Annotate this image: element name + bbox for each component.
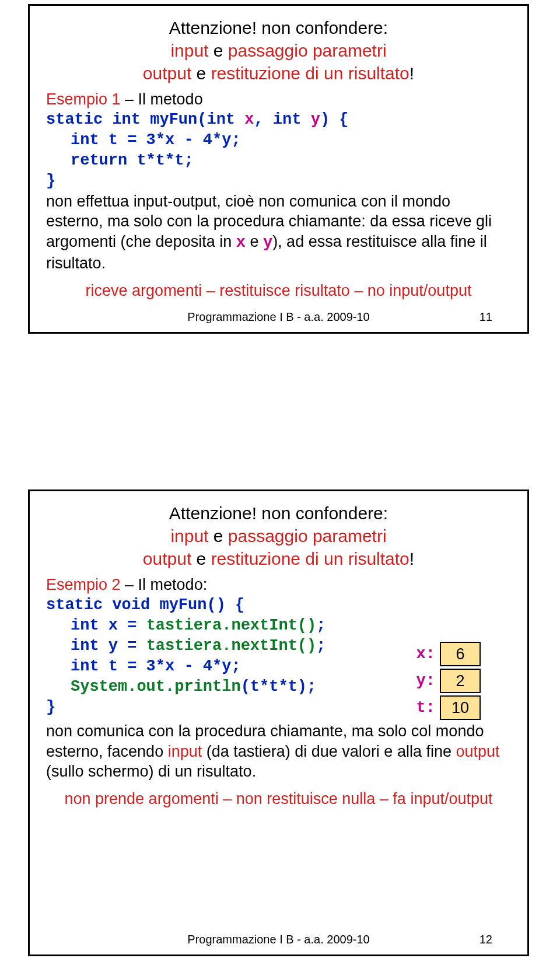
s2-l2a: int x =: [71, 617, 146, 634]
var-x-value: 6: [440, 642, 481, 666]
s2-close: }: [46, 698, 55, 716]
code-line3: return t*t*t;: [46, 151, 511, 171]
example2-heading: Esempio 2 – Il metodo:: [46, 575, 511, 595]
t3a: output: [143, 64, 191, 83]
s2t2b: e: [208, 526, 228, 546]
c-sig-c: ) {: [320, 111, 349, 128]
ex1-text: – Il metodo: [121, 90, 203, 108]
s2-body-b: (da tastiera) di due valori e alla fine: [202, 743, 456, 760]
example-heading: Esempio 1 – Il metodo: [46, 89, 511, 110]
slide2-footer: Programmazione I B - a.a. 2009-10 12: [30, 933, 527, 946]
s2-l5b: (t*t*t): [241, 678, 307, 695]
t3b: e: [191, 64, 211, 83]
t3c: restituzione di un risultato: [211, 64, 410, 83]
c-sig-x: x: [244, 111, 254, 128]
t2c: passaggio parametri: [228, 41, 387, 60]
s2t2a: input: [170, 526, 208, 546]
s2-l3c: ;: [316, 637, 326, 655]
body-y: y: [263, 234, 272, 251]
var-t-value: 10: [440, 695, 481, 720]
var-t-label: t:: [412, 699, 435, 716]
s2t3a: output: [143, 549, 191, 568]
c-sig-b: , int: [254, 111, 310, 128]
s2-body-output: output: [456, 743, 499, 760]
s2-code-sig: static void myFun() {: [46, 595, 511, 616]
slide-1: Attenzione! non confondere: input e pass…: [0, 0, 560, 482]
page-number: 11: [480, 310, 492, 324]
c-body2: return t*t*t;: [71, 152, 194, 169]
slide2-body: non comunica con la procedura chiamante,…: [46, 721, 511, 782]
body-x: x: [236, 234, 246, 251]
slide1-body: non effettua input-output, cioè non comu…: [46, 191, 511, 274]
page-number-2: 12: [480, 933, 492, 946]
s2-l3a: int y =: [71, 637, 146, 655]
s2-title-line1: Attenzione! non confondere:: [169, 504, 388, 523]
s2-l5a: System.out.println: [71, 678, 241, 695]
footer-text-2: Programmazione I B - a.a. 2009-10: [187, 933, 369, 946]
var-row-t: t: 10: [412, 695, 481, 720]
slide1-title: Attenzione! non confondere: input e pass…: [46, 16, 511, 85]
var-row-y: y: 2: [412, 669, 481, 693]
slide2-frame: Attenzione! non confondere: input e pass…: [28, 490, 529, 956]
var-y-label: y:: [412, 672, 435, 690]
body-mid: e: [246, 233, 263, 250]
s2-sig: static void myFun() {: [46, 596, 244, 614]
ex1-label: Esempio 1: [46, 90, 121, 108]
c-body1: int t = 3*x - 4*y;: [71, 131, 241, 149]
var-y-value: 2: [440, 669, 481, 693]
s2t3d: !: [410, 549, 414, 568]
t3d: !: [410, 64, 414, 83]
t2a: input: [170, 41, 208, 60]
s2-body-input: input: [168, 743, 202, 760]
code-block-1: static int myFun(int x, int y) {: [46, 110, 511, 130]
slide2-summary: non prende argomenti – non restituisce n…: [46, 790, 511, 808]
c-sig-a: static int myFun(int: [46, 111, 244, 128]
t2b: e: [208, 41, 228, 60]
s2-l5c: ;: [307, 678, 316, 695]
s2-body-c: (sullo schermo) di un risultato.: [46, 763, 256, 780]
s2t3b: e: [191, 549, 211, 568]
slide-2: Attenzione! non confondere: input e pass…: [0, 482, 560, 965]
s2-l2c: ;: [316, 617, 326, 634]
slide1-summary: riceve argomenti – restituisce risultato…: [46, 282, 511, 300]
ex2-text: – Il metodo:: [121, 576, 208, 593]
s2t3c: restituzione di un risultato: [211, 549, 410, 568]
s2t2c: passaggio parametri: [228, 526, 387, 546]
variable-table: x: 6 y: 2 t: 10: [412, 642, 481, 722]
s2-l2b: tastiera.nextInt(): [146, 617, 317, 634]
slide1-frame: Attenzione! non confondere: input e pass…: [28, 4, 529, 334]
title-line1: Attenzione! non confondere:: [169, 18, 388, 37]
slide2-title: Attenzione! non confondere: input e pass…: [46, 502, 511, 570]
s2-l4: int t = 3*x - 4*y;: [71, 658, 241, 675]
slide1-footer: Programmazione I B - a.a. 2009-10 11: [30, 310, 527, 324]
c-sig-y: y: [311, 111, 320, 128]
ex2-label: Esempio 2: [46, 576, 121, 593]
var-x-label: x:: [412, 645, 435, 663]
code-close: }: [46, 171, 511, 191]
s2-code-l2: int x = tastiera.nextInt();: [46, 616, 511, 636]
s2-l3b: tastiera.nextInt(): [146, 637, 317, 655]
code-line2: int t = 3*x - 4*y;: [46, 130, 511, 151]
footer-text: Programmazione I B - a.a. 2009-10: [187, 310, 369, 323]
var-row-x: x: 6: [412, 642, 481, 666]
c-close: }: [46, 172, 55, 190]
